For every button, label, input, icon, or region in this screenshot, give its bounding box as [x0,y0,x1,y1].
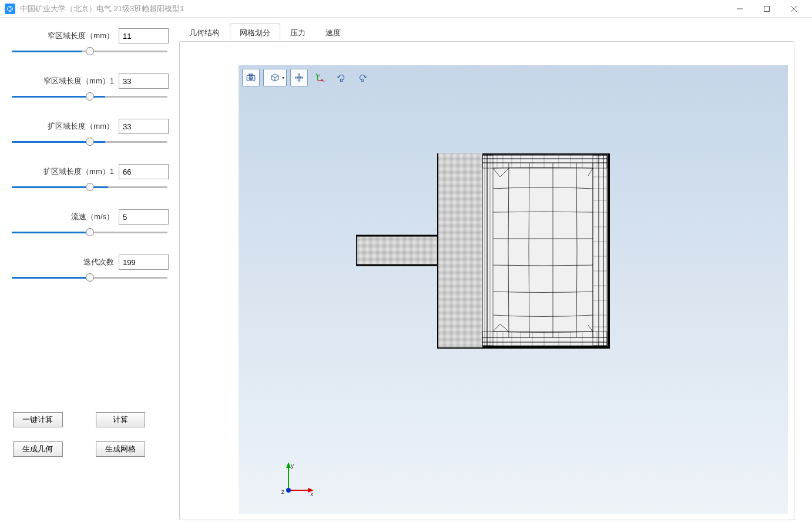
svg-rect-15 [438,153,482,347]
param-label: 流速（m/s） [71,212,114,222]
title-bar: 中国矿业大学（北京）电气 21级3班赖超阳模型1 [0,0,812,18]
param-input-narrow-length-1[interactable] [119,73,169,89]
rotate-ccw-icon[interactable] [333,69,350,86]
param-group-3: 扩区域长度（mm）1 [11,164,169,193]
param-slider-narrow-length[interactable] [12,47,167,55]
tab-mesh[interactable]: 网格划分 [230,24,280,42]
param-input-velocity[interactable] [119,209,169,225]
close-button[interactable] [780,1,807,17]
viewport-canvas[interactable]: zyx [239,65,788,514]
svg-marker-66 [286,462,291,468]
axis-z-label: z [281,488,284,495]
param-group-5: 迭代次数 [11,255,169,283]
param-label: 迭代次数 [83,257,114,267]
svg-rect-11 [361,79,364,82]
content-area: 几何结构 网格划分 压力 速度 zyx [179,18,812,532]
param-group-2: 扩区域长度（mm） [11,119,169,148]
tab-pressure[interactable]: 压力 [280,24,316,42]
svg-rect-10 [341,79,343,82]
viewport-toolbar: zyx [242,69,371,86]
tab-geometry[interactable]: 几何结构 [179,24,230,42]
param-group-0: 窄区域长度（mm） [11,28,169,57]
window-controls [726,1,807,17]
pan-icon[interactable] [290,69,308,86]
sidebar: 窄区域长度（mm） 窄区域长度（mm）1 扩区域长度（mm） 扩区域长度（mm）… [0,18,179,532]
axis-x-label: x [310,491,313,496]
param-input-iterations[interactable] [119,255,169,270]
param-label: 窄区域长度（mm） [48,31,114,41]
minimize-button[interactable] [726,1,753,17]
generate-mesh-button[interactable]: 生成网格 [96,441,146,457]
param-label: 扩区域长度（mm）1 [43,166,114,177]
action-buttons: 一键计算 计算 生成几何 生成网格 [11,412,169,521]
svg-text:x: x [323,79,325,82]
app-icon [5,4,15,14]
svg-rect-13 [356,236,438,265]
param-input-wide-length-1[interactable] [119,164,169,179]
tab-velocity[interactable]: 速度 [316,24,351,42]
viewport[interactable]: zyx [179,41,794,520]
axes-icon[interactable]: zyx [311,69,329,86]
svg-rect-5 [249,74,253,75]
param-slider-narrow-length-1[interactable] [12,92,167,101]
cube-icon[interactable] [263,69,287,86]
one-click-compute-button[interactable]: 一键计算 [13,412,63,427]
camera-icon[interactable] [242,69,260,86]
svg-point-69 [286,488,291,493]
tab-bar: 几何结构 网格划分 压力 速度 [179,24,794,41]
compute-button[interactable]: 计算 [96,412,146,427]
param-group-4: 流速（m/s） [11,209,169,238]
param-slider-wide-length[interactable] [12,138,167,146]
svg-text:z: z [319,74,321,77]
axis-y-label: y [291,463,294,469]
window-title: 中国矿业大学（北京）电气 21级3班赖超阳模型1 [20,4,726,14]
param-group-1: 窄区域长度（mm）1 [11,73,169,102]
svg-point-4 [250,77,252,79]
svg-rect-1 [764,6,770,11]
param-label: 扩区域长度（mm） [48,121,114,132]
maximize-button[interactable] [753,1,780,17]
param-input-narrow-length[interactable] [119,28,169,44]
generate-geometry-button[interactable]: 生成几何 [13,441,63,457]
rotate-cw-icon[interactable] [354,69,371,86]
mesh-visualization [356,153,615,353]
param-label: 窄区域长度（mm）1 [43,76,114,86]
param-slider-iterations[interactable] [12,273,167,282]
param-input-wide-length[interactable] [119,119,169,134]
axis-gizmo: y x z [280,461,315,496]
svg-text:y: y [316,72,318,75]
param-slider-velocity[interactable] [12,228,167,236]
param-slider-wide-length-1[interactable] [12,183,167,191]
